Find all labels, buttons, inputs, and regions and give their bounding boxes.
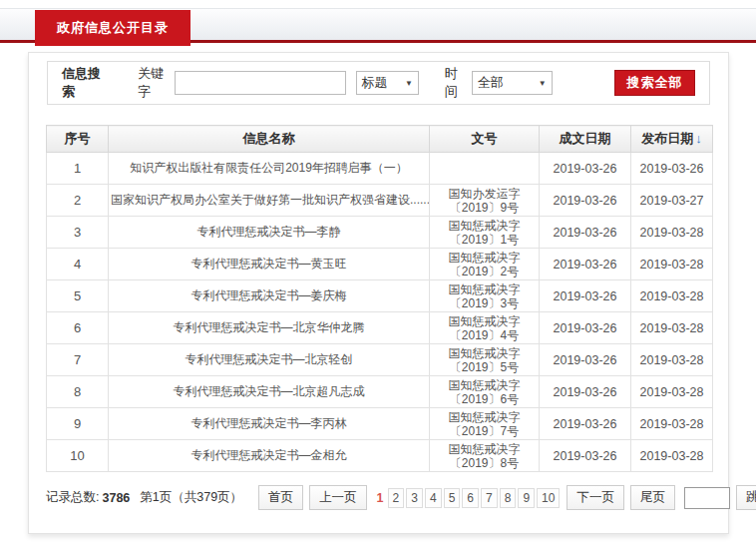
total-records-label: 记录总数: <box>46 489 99 506</box>
time-label: 时间 <box>445 65 468 101</box>
jump-button[interactable]: 跳转 <box>736 485 756 510</box>
record-title-link[interactable]: 国家知识产权局办公室关于做好第一批知识产权强省建设...... <box>111 193 430 207</box>
record-title-link[interactable]: 专利代理惩戒决定书—北京轻创 <box>186 352 353 366</box>
record-title-cell: 国家知识产权局办公室关于做好第一批知识产权强省建设...... <box>109 185 430 217</box>
doc-number: 国知办发运字 〔2019〕9号 <box>430 185 540 217</box>
chevron-down-icon: ▼ <box>405 79 413 88</box>
doc-number: 国知惩戒决字 〔2019〕6号 <box>430 376 540 408</box>
field-select[interactable]: 标题 ▼ <box>356 71 419 95</box>
table-row: 7 专利代理惩戒决定书—北京轻创 国知惩戒决字 〔2019〕5号 2019-03… <box>47 344 713 376</box>
record-title-cell: 专利代理惩戒决定书—北京超凡志成 <box>109 376 430 408</box>
page-number-link[interactable]: 9 <box>518 488 535 508</box>
pub-date: 2019-03-28 <box>631 249 713 280</box>
record-title-cell: 专利代理惩戒决定书—李丙林 <box>109 408 430 440</box>
write-date: 2019-03-26 <box>540 280 631 312</box>
jump-page-input[interactable] <box>684 487 730 509</box>
page-info: 第1页（共379页） <box>140 489 242 506</box>
pub-date: 2019-03-28 <box>631 440 713 472</box>
write-date: 2019-03-26 <box>540 344 631 376</box>
current-page-indicator: 1 <box>377 491 384 505</box>
prev-page-button[interactable]: 上一页 <box>309 485 367 510</box>
page-header: 政府信息公开目录 <box>0 0 756 46</box>
doc-number: 国知惩戒决字 〔2019〕8号 <box>430 440 540 472</box>
field-select-value: 标题 <box>362 74 388 92</box>
record-title-link[interactable]: 专利代理惩戒决定书—北京华仲龙腾 <box>174 320 365 334</box>
search-all-button[interactable]: 搜索全部 <box>614 70 695 96</box>
time-select[interactable]: 全部 ▼ <box>472 71 553 95</box>
doc-number: 国知惩戒决字 〔2019〕3号 <box>430 280 540 312</box>
col-header-no: 序号 <box>47 126 109 153</box>
record-title-cell: 专利代理惩戒决定书—李静 <box>109 217 430 249</box>
row-number: 5 <box>47 280 109 312</box>
col-header-pub-date[interactable]: 发布日期↓ <box>631 126 713 153</box>
sort-desc-icon: ↓ <box>695 131 702 146</box>
keyword-input[interactable] <box>175 71 346 95</box>
page-number-link[interactable]: 7 <box>481 488 498 508</box>
record-title-cell: 专利代理惩戒决定书—北京轻创 <box>109 344 430 376</box>
total-records-value: 3786 <box>102 491 130 505</box>
record-title-link[interactable]: 专利代理惩戒决定书—黄玉旺 <box>191 257 347 271</box>
records-table: 序号 信息名称 文号 成文日期 发布日期↓ 1 知识产权出版社有限责任公司201… <box>46 125 713 472</box>
record-title-link[interactable]: 专利代理惩戒决定书—李静 <box>197 225 341 239</box>
next-page-button[interactable]: 下一页 <box>567 485 624 510</box>
write-date: 2019-03-26 <box>540 185 631 217</box>
page-number-link[interactable]: 6 <box>462 488 479 508</box>
record-title-cell: 专利代理惩戒决定书—姜庆梅 <box>109 280 430 312</box>
page-number-link[interactable]: 2 <box>388 488 405 508</box>
pagination-bar: 记录总数: 3786 第1页（共379页） 首页 上一页 1 2 3 4 5 6… <box>46 485 714 510</box>
row-number: 2 <box>47 185 109 217</box>
chevron-down-icon: ▼ <box>539 79 547 88</box>
keyword-label: 关键字 <box>138 65 173 101</box>
time-select-value: 全部 <box>478 74 504 92</box>
row-number: 6 <box>47 312 109 344</box>
row-number: 1 <box>47 153 109 185</box>
row-number: 10 <box>47 440 109 472</box>
table-row: 1 知识产权出版社有限责任公司2019年招聘启事（一） 2019-03-26 2… <box>47 153 713 185</box>
table-row: 5 专利代理惩戒决定书—姜庆梅 国知惩戒决字 〔2019〕3号 2019-03-… <box>47 280 713 312</box>
record-title-cell: 知识产权出版社有限责任公司2019年招聘启事（一） <box>109 153 430 185</box>
last-page-button[interactable]: 尾页 <box>630 485 675 510</box>
pub-date: 2019-03-28 <box>631 280 713 312</box>
doc-number: 国知惩戒决字 〔2019〕1号 <box>430 217 540 249</box>
page-number-link[interactable]: 4 <box>425 488 442 508</box>
doc-number <box>430 153 540 185</box>
content-card: 信息搜索 关键字 标题 ▼ 时间 全部 ▼ 搜索全部 序号 信息名称 文号 成文… <box>28 52 729 534</box>
write-date: 2019-03-26 <box>540 249 631 280</box>
search-form: 信息搜索 关键字 标题 ▼ 时间 全部 ▼ 搜索全部 <box>47 61 710 105</box>
table-row: 6 专利代理惩戒决定书—北京华仲龙腾 国知惩戒决字 〔2019〕4号 2019-… <box>47 312 713 344</box>
row-number: 9 <box>47 408 109 440</box>
write-date: 2019-03-26 <box>540 408 631 440</box>
record-title-link[interactable]: 专利代理惩戒决定书—李丙林 <box>191 416 347 430</box>
pub-date: 2019-03-28 <box>631 376 713 408</box>
table-header-row: 序号 信息名称 文号 成文日期 发布日期↓ <box>47 126 713 153</box>
write-date: 2019-03-26 <box>540 217 631 249</box>
record-title-link[interactable]: 专利代理惩戒决定书—北京超凡志成 <box>174 384 365 398</box>
row-number: 3 <box>47 217 109 249</box>
page-number-link[interactable]: 10 <box>537 488 560 508</box>
page-number-link[interactable]: 8 <box>500 488 517 508</box>
table-body: 1 知识产权出版社有限责任公司2019年招聘启事（一） 2019-03-26 2… <box>47 153 713 472</box>
doc-number: 国知惩戒决字 〔2019〕2号 <box>430 249 540 280</box>
page-number-link[interactable]: 3 <box>406 488 423 508</box>
first-page-button[interactable]: 首页 <box>258 485 303 510</box>
record-title-link[interactable]: 专利代理惩戒决定书—金相允 <box>191 448 347 462</box>
record-title-link[interactable]: 专利代理惩戒决定书—姜庆梅 <box>191 288 347 302</box>
write-date: 2019-03-26 <box>540 376 631 408</box>
pub-date: 2019-03-28 <box>631 344 713 376</box>
write-date: 2019-03-26 <box>540 312 631 344</box>
table-row: 9 专利代理惩戒决定书—李丙林 国知惩戒决字 〔2019〕7号 2019-03-… <box>47 408 713 440</box>
doc-number: 国知惩戒决字 〔2019〕4号 <box>430 312 540 344</box>
page-number-link[interactable]: 5 <box>444 488 461 508</box>
pub-date-header-label: 发布日期 <box>641 131 693 146</box>
tab-gov-info-directory[interactable]: 政府信息公开目录 <box>35 10 190 46</box>
pub-date: 2019-03-27 <box>631 185 713 217</box>
row-number: 7 <box>47 344 109 376</box>
write-date: 2019-03-26 <box>540 153 631 185</box>
record-title-link[interactable]: 知识产权出版社有限责任公司2019年招聘启事（一） <box>130 161 408 175</box>
table-row: 2 国家知识产权局办公室关于做好第一批知识产权强省建设...... 国知办发运字… <box>47 185 713 217</box>
row-number: 8 <box>47 376 109 408</box>
row-number: 4 <box>47 249 109 280</box>
col-header-write-date: 成文日期 <box>540 126 631 153</box>
record-title-cell: 专利代理惩戒决定书—黄玉旺 <box>109 249 430 280</box>
record-title-cell: 专利代理惩戒决定书—北京华仲龙腾 <box>109 312 430 344</box>
